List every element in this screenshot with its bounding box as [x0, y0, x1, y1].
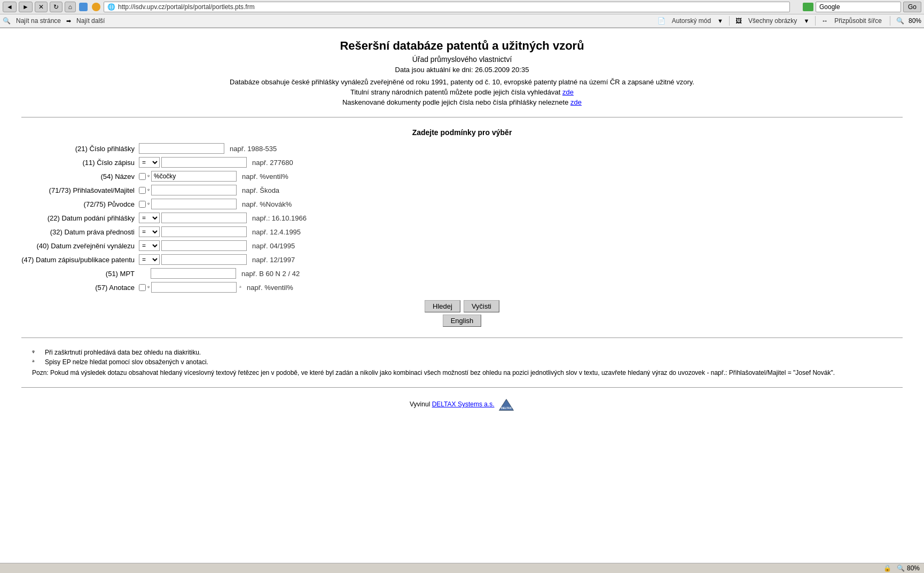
- link-naskenovane[interactable]: zde: [570, 98, 582, 106]
- checkbox-puvodce[interactable]: [139, 201, 146, 208]
- footnote-1: ᵠ Při zaškrtnutí prohledává data bez ohl…: [32, 349, 892, 356]
- hint-anotace: např. %ventil%: [247, 284, 293, 292]
- refresh-button[interactable]: ↻: [50, 2, 62, 12]
- button-row: Hledej Vyčisti English: [21, 300, 903, 327]
- svg-text:DELTAX: DELTAX: [501, 406, 512, 410]
- search-button[interactable]: Hledej: [425, 300, 460, 312]
- row-nazev: (54) Název ᵠ např. %ventil%: [21, 171, 903, 182]
- dropdown-arrow-1[interactable]: ▼: [717, 18, 723, 24]
- footnote-1-symbol: ᵠ: [32, 349, 41, 356]
- address-text: http://isdv.upv.cz/portal/pls/portal/por…: [118, 3, 786, 11]
- search-icon: 🔍: [3, 17, 11, 25]
- row-cislo-prihlasky: (21) Číslo přihlášky např. 1988-535: [21, 143, 903, 154]
- separator-footer: [21, 387, 903, 388]
- input-anotace[interactable]: [151, 282, 237, 293]
- maxlength-indicator: ᵃ: [239, 285, 241, 291]
- footer-prefix: Vyvinul: [410, 401, 430, 408]
- checkbox-prihlasovatel[interactable]: [139, 187, 146, 194]
- label-mpt: (51) MPT: [21, 270, 139, 278]
- footnote-1-text: Při zaškrtnutí prohledává data bez ohled…: [45, 349, 201, 356]
- hint-datum-podani: např.: 16.10.1966: [252, 214, 307, 222]
- browser-chrome: ◄ ► ✕ ↻ ⌂ 🌐 http://isdv.upv.cz/portal/pl…: [0, 0, 924, 28]
- search-bar[interactable]: Google: [816, 2, 901, 12]
- row-datum-podani: (22) Datum podání přihlášky =<><=>= např…: [21, 213, 903, 223]
- forward-button[interactable]: ►: [19, 2, 33, 12]
- form-table: (21) Číslo přihlášky např. 1988-535 (11)…: [21, 143, 903, 293]
- find-next-button[interactable]: Najít další: [74, 16, 107, 26]
- hint-cislo-prihlasky: např. 1988-535: [230, 145, 277, 153]
- footer-section: Vyvinul DELTAX Systems a.s. DELTAX: [21, 398, 903, 417]
- form-section: Zadejte podmínky pro výběr (21) Číslo př…: [21, 128, 903, 327]
- checkbox-nazev[interactable]: [139, 173, 146, 180]
- footnotes: ᵠ Při zaškrtnutí prohledává data bez ohl…: [21, 349, 903, 376]
- page-info-1: Databáze obsahuje české přihlášky vynále…: [21, 78, 903, 86]
- hint-puvodce: např. %Novák%: [242, 200, 292, 208]
- page-info-3: Naskenované dokumenty podle jejich čísla…: [21, 98, 903, 106]
- security-icon: [92, 3, 100, 11]
- controls-cislo-zapisu: =<><=>=: [139, 157, 247, 168]
- controls-cislo-prihlasky: [139, 143, 224, 154]
- go-button[interactable]: Go: [903, 2, 921, 12]
- select-datum-podani[interactable]: =<><=>=: [139, 213, 160, 223]
- home-button[interactable]: ⌂: [65, 2, 76, 12]
- btn-row-inner: Hledej Vyčisti: [425, 300, 499, 312]
- all-images-button[interactable]: Všechny obrázky: [746, 16, 799, 26]
- controls-datum-zverejneni: =<><=>=: [139, 240, 247, 251]
- row-prihlasovatel: (71/73) Přihlašovatel/Majitel ᵠ např. Šk…: [21, 185, 903, 195]
- clear-button[interactable]: Vyčisti: [464, 300, 499, 312]
- address-icon: 🌐: [107, 3, 115, 11]
- fit-width-button[interactable]: Přizpůsobit šířce: [832, 16, 884, 26]
- controls-nazev: ᵠ: [139, 171, 237, 182]
- author-mode-button[interactable]: Autorský mód: [670, 16, 713, 26]
- hint-datum-prava: např. 12.4.1995: [252, 228, 301, 236]
- input-cislo-prihlasky[interactable]: [139, 143, 224, 154]
- address-bar[interactable]: 🌐 http://isdv.upv.cz/portal/pls/portal/p…: [104, 2, 790, 12]
- controls-anotace: ᵠ ᵃ: [139, 282, 241, 293]
- back-button[interactable]: ◄: [3, 2, 17, 12]
- find-button[interactable]: Najít na stránce: [14, 16, 63, 26]
- label-datum-zverejneni: (40) Datum zveřejnění vynálezu: [21, 242, 139, 250]
- select-datum-zverejneni[interactable]: =<><=>=: [139, 240, 160, 251]
- row-anotace: (57) Anotace ᵠ ᵃ např. %ventil%: [21, 282, 903, 293]
- row-datum-prava: (32) Datum práva přednosti =<><=>= např.…: [21, 226, 903, 237]
- input-datum-zapisu[interactable]: [161, 254, 247, 265]
- hint-mpt: např. B 60 N 2 / 42: [241, 270, 300, 278]
- select-cislo-zapisu[interactable]: =<><=>=: [139, 157, 160, 168]
- input-datum-prava[interactable]: [161, 226, 247, 237]
- label-cislo-prihlasky: (21) Číslo přihlášky: [21, 145, 139, 153]
- separator-1: [729, 16, 730, 26]
- checkbox-anotace[interactable]: [139, 284, 146, 291]
- hint-prihlasovatel: např. Škoda: [242, 186, 279, 194]
- row-puvodce: (72/75) Původce ᵠ např. %Novák%: [21, 199, 903, 209]
- note-block: Pozn: Pokud má výsledek dotazu obsahovat…: [32, 369, 892, 376]
- toolbar-right: 📄 Autorský mód ▼ 🖼 Všechny obrázky ▼ ↔ P…: [657, 16, 921, 26]
- stop-button[interactable]: ✕: [35, 2, 48, 12]
- input-mpt[interactable]: [151, 268, 236, 279]
- input-cislo-zapisu[interactable]: [161, 157, 247, 168]
- separator-bottom: [21, 337, 903, 338]
- zoom-display: 80%: [909, 17, 921, 25]
- dropdown-arrow-2[interactable]: ▼: [803, 18, 809, 24]
- page-info-2: Titulní strany národních patentů můžete …: [21, 88, 903, 96]
- link-titulni[interactable]: zde: [562, 88, 574, 96]
- separator-top: [21, 117, 903, 117]
- deltax-logo: DELTAX: [498, 398, 514, 411]
- search-text: Google: [819, 3, 840, 11]
- label-prihlasovatel: (71/73) Přihlašovatel/Majitel: [21, 186, 139, 194]
- select-datum-zapisu[interactable]: =<><=>=: [139, 254, 160, 265]
- row-cislo-zapisu: (11) Číslo zápisu =<><=>= např. 277680: [21, 157, 903, 168]
- input-puvodce[interactable]: [151, 199, 237, 209]
- question-puvodce: ᵠ: [147, 201, 150, 207]
- footnote-2-text: Spisy EP nelze hledat pomocí slov obsaže…: [45, 358, 208, 366]
- row-datum-zverejneni: (40) Datum zveřejnění vynálezu =<><=>= n…: [21, 240, 903, 251]
- input-datum-zverejneni[interactable]: [161, 240, 247, 251]
- select-datum-prava[interactable]: =<><=>=: [139, 226, 160, 237]
- input-nazev[interactable]: [151, 171, 237, 182]
- footnote-2-symbol: ᵃ: [32, 358, 41, 366]
- input-prihlasovatel[interactable]: [151, 185, 237, 195]
- english-button[interactable]: English: [443, 315, 482, 327]
- label-cislo-zapisu: (11) Číslo zápisu: [21, 159, 139, 167]
- footer-link[interactable]: DELTAX Systems a.s.: [432, 401, 495, 408]
- label-datum-prava: (32) Datum práva přednosti: [21, 228, 139, 236]
- input-datum-podani[interactable]: [161, 213, 247, 223]
